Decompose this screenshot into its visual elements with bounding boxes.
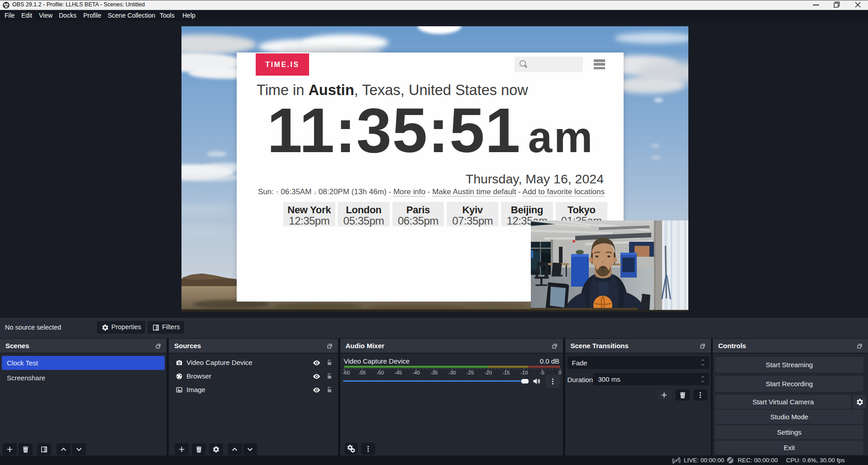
svg-text:-30: -30 bbox=[448, 370, 456, 375]
svg-text:-35: -35 bbox=[430, 370, 438, 375]
svg-text:-55: -55 bbox=[358, 370, 366, 375]
svg-text:-40: -40 bbox=[412, 370, 420, 375]
svg-text:-45: -45 bbox=[394, 370, 402, 375]
svg-text:-20: -20 bbox=[484, 370, 492, 375]
svg-text:-60: -60 bbox=[342, 370, 350, 375]
svg-text:-15: -15 bbox=[502, 370, 510, 375]
svg-text:-50: -50 bbox=[376, 370, 384, 375]
svg-text:-5: -5 bbox=[539, 370, 544, 375]
svg-text:-10: -10 bbox=[520, 370, 528, 375]
svg-text:-25: -25 bbox=[466, 370, 474, 375]
